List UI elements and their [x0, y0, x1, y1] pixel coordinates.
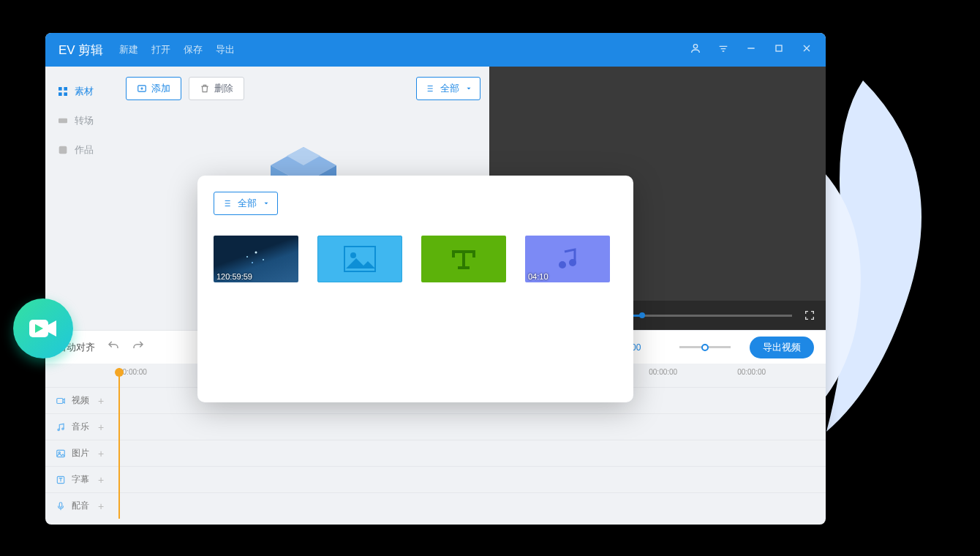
modal-media-list: 120:59:59 04:10 [214, 236, 617, 282]
svg-rect-6 [64, 92, 67, 96]
delete-button[interactable]: 删除 [189, 77, 244, 100]
titlebar: EV 剪辑 新建 打开 保存 导出 [45, 33, 826, 67]
sidebar-label: 素材 [75, 85, 94, 98]
track-label: 配音 [72, 500, 89, 512]
sidebar-label: 作品 [75, 143, 94, 157]
export-video-label: 导出视频 [763, 341, 801, 354]
track-label: 字幕 [72, 473, 89, 486]
svg-rect-13 [57, 450, 65, 457]
music-icon [554, 246, 581, 272]
media-type-modal: 全部 120:59:59 [197, 176, 633, 402]
media-duration: 120:59:59 [216, 272, 252, 281]
add-button[interactable]: 添加 [126, 77, 181, 100]
add-track-button[interactable]: + [98, 448, 104, 459]
ruler-tick: 00:00:00 [737, 368, 826, 387]
filter-label: 全部 [440, 82, 459, 95]
svg-rect-2 [776, 45, 782, 51]
app-badge-icon [13, 298, 73, 358]
svg-rect-7 [59, 119, 67, 124]
zoom-slider[interactable] [679, 346, 731, 348]
svg-rect-5 [59, 92, 62, 96]
modal-filter-label: 全部 [238, 197, 257, 210]
add-button-label: 添加 [151, 82, 170, 95]
list-icon [222, 198, 232, 209]
sidebar-item-transition[interactable]: 转场 [45, 106, 117, 135]
undo-button[interactable] [107, 339, 120, 356]
chevron-down-icon [465, 85, 472, 92]
menu-export[interactable]: 导出 [216, 43, 235, 56]
user-icon[interactable] [690, 42, 701, 57]
svg-rect-8 [59, 146, 67, 154]
sidebar-label: 转场 [75, 114, 94, 127]
modal-filter-dropdown[interactable]: 全部 [214, 192, 278, 215]
add-track-button[interactable]: + [98, 395, 104, 407]
track-image[interactable]: 图片 + [45, 440, 826, 466]
svg-point-1 [693, 45, 697, 48]
maximize-button[interactable] [773, 42, 785, 57]
sidebar-item-works[interactable]: 作品 [45, 135, 117, 165]
delete-button-label: 删除 [214, 82, 233, 95]
add-track-button[interactable]: + [98, 474, 104, 486]
track-voice[interactable]: 配音 + [45, 492, 826, 519]
menu-bar: 新建 打开 保存 导出 [119, 43, 235, 56]
svg-rect-3 [59, 87, 62, 91]
ruler-tick: 00:00:00 [118, 368, 207, 387]
svg-point-11 [58, 429, 59, 430]
filter-dropdown[interactable]: 全部 [416, 77, 480, 100]
ruler-tick: 00:00:00 [649, 368, 737, 387]
close-button[interactable] [801, 42, 813, 57]
menu-save[interactable]: 保存 [184, 43, 203, 56]
fullscreen-button[interactable] [804, 309, 815, 321]
svg-point-19 [263, 259, 264, 260]
text-icon [449, 244, 478, 274]
text-track-icon [56, 475, 66, 485]
minimize-button[interactable] [745, 42, 757, 57]
media-item-image[interactable] [317, 236, 402, 282]
menu-icon[interactable] [717, 42, 729, 57]
svg-point-24 [569, 259, 576, 266]
music-track-icon [56, 422, 66, 432]
media-item-text[interactable] [421, 236, 506, 282]
app-title: EV 剪辑 [59, 42, 103, 59]
sidebar-item-media[interactable]: 素材 [45, 77, 117, 106]
svg-point-20 [252, 262, 253, 263]
media-item-audio[interactable]: 04:10 [525, 236, 610, 282]
image-track-icon [56, 448, 66, 459]
media-duration: 04:10 [528, 272, 549, 281]
video-thumb-sparks [241, 248, 271, 270]
sidebar: 素材 转场 作品 [45, 67, 117, 330]
add-track-button[interactable]: + [98, 500, 104, 512]
video-track-icon [56, 396, 66, 406]
chevron-down-icon [263, 200, 270, 207]
add-track-button[interactable]: + [98, 421, 104, 433]
track-label: 图片 [72, 447, 89, 459]
svg-point-22 [350, 252, 356, 258]
image-icon [343, 245, 377, 273]
track-subtitle[interactable]: 字幕 + [45, 466, 826, 492]
mic-track-icon [56, 501, 66, 511]
menu-open[interactable]: 打开 [151, 43, 170, 56]
track-label: 视频 [72, 394, 89, 407]
window-controls [690, 42, 813, 57]
svg-point-23 [559, 261, 566, 268]
svg-rect-16 [59, 502, 62, 506]
playhead[interactable] [118, 368, 120, 519]
timecode-display: 00 [631, 342, 660, 353]
media-item-video[interactable]: 120:59:59 [214, 236, 298, 282]
svg-point-17 [246, 256, 248, 258]
export-video-button[interactable]: 导出视频 [750, 337, 814, 358]
svg-rect-4 [64, 87, 67, 91]
redo-button[interactable] [132, 339, 145, 356]
track-audio[interactable]: 音乐 + [45, 413, 826, 440]
svg-point-12 [62, 428, 64, 429]
track-label: 音乐 [72, 421, 89, 433]
media-toolbar: 添加 删除 全部 [126, 77, 480, 100]
svg-rect-10 [57, 398, 63, 403]
menu-new[interactable]: 新建 [119, 43, 138, 56]
svg-point-18 [255, 252, 257, 254]
